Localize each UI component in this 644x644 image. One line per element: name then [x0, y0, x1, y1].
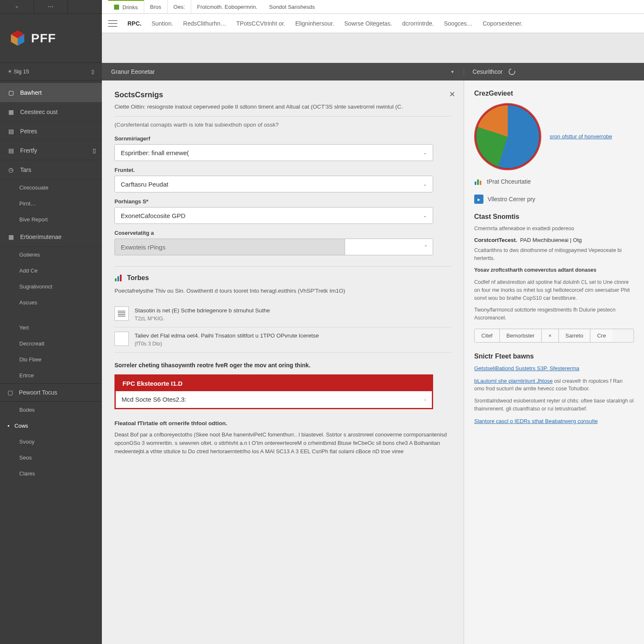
select-coservetatitg[interactable]: Exwoteis rPings ⌃	[114, 239, 433, 255]
section-torbes: Torbes	[114, 266, 451, 282]
close-icon[interactable]: ✕	[449, 90, 455, 99]
mini-link-2[interactable]: ▸ Vllestro Cerrer pry	[474, 195, 634, 204]
sidebar-sub-addce[interactable]: Add Ce	[0, 262, 102, 278]
logo-cube-icon	[9, 30, 26, 47]
menu-dcror[interactable]: dcrorrintrde.	[402, 20, 434, 27]
chart-icon	[114, 274, 123, 282]
pie-link[interactable]: sron ofsttur of honverrobe	[550, 133, 612, 140]
sidebar-sub-cirecosuate[interactable]: Cirecosuate	[0, 179, 102, 195]
menu-sowrse[interactable]: Sowrse Oitegetas.	[344, 20, 392, 27]
caret-down-icon: ⌄	[423, 150, 427, 156]
list-item-2[interactable]: Taliev det Ftal edma oet4. Paihi Tnsaton…	[114, 327, 451, 353]
main-para: Deast Bof par a cnfboreyectoths (Skee no…	[114, 431, 451, 456]
sidebar-top-1[interactable]: ▫	[0, 0, 34, 13]
sidebar-sub-decrcreatt[interactable]: Decrcreatt	[0, 335, 102, 351]
sidebar-sub-yert[interactable]: Yert	[0, 319, 102, 335]
sidebar-sub-pirnt[interactable]: Pirnt…	[0, 195, 102, 211]
alert-select[interactable]: Mcd Socte S6 Otes2.3:›	[116, 391, 432, 408]
collapse-icon[interactable]: ▯	[91, 69, 94, 75]
select-sormniriagerf[interactable]: Esprirtber: finall ernewe(⌄	[114, 144, 433, 161]
sidebar-foot-svooy[interactable]: Svooy	[0, 434, 102, 449]
doc-icon: ▤	[8, 128, 14, 135]
sidebar-item-ertioer[interactable]: ▦Ertioerimutenae	[0, 227, 102, 247]
sidebar-sub-ascues[interactable]: Ascues	[0, 294, 102, 310]
sidebar-foot-clares[interactable]: Clares	[0, 465, 102, 481]
tab-drinks[interactable]: Drinks	[108, 0, 144, 13]
sidebar: ▫ ⋯ PFF ✶ Slg 15 ▯ ▢Bawhert ▦Ceesteec ou…	[0, 0, 102, 644]
grid-icon: ▦	[8, 234, 14, 240]
svg-rect-8	[480, 181, 481, 185]
svg-rect-6	[475, 182, 476, 185]
tab-color-icon	[114, 5, 119, 10]
tab-sondot[interactable]: Sondot Sanshesds	[263, 0, 321, 13]
brand: PFF	[0, 14, 102, 63]
menu-copor[interactable]: Coporsextener.	[483, 20, 522, 27]
main-intro: Ciette Oittin: resiognste inatout ceperv…	[114, 103, 451, 111]
sidebar-footer-hdr[interactable]: ▢Pewoort Tocus	[0, 383, 102, 402]
sidebar-foot-seos[interactable]: Seos	[0, 449, 102, 465]
select-fruntet[interactable]: Carftasru Peudat⌄	[114, 176, 433, 192]
menu-soogces[interactable]: Soogces…	[444, 20, 473, 27]
sub-header-right-label: Cesurithcor	[473, 68, 503, 75]
sidebar-sub-bive[interactable]: Bive Report	[0, 211, 102, 227]
sidebar-item-bawhert[interactable]: ▢Bawhert	[0, 83, 102, 102]
btn-sarreto[interactable]: Sarreto	[559, 329, 591, 342]
sidebar-foot-cows[interactable]: ▪Cows	[0, 418, 102, 434]
rpanel-h4-ctast: Ctast Snomtis	[474, 213, 634, 221]
rpanel-small8: Sromttalridweod esioberotuent reyter ol …	[474, 397, 634, 413]
chevron-right-icon: ▯	[93, 147, 96, 154]
sidebar-item-frertfy[interactable]: ▤Frertfy▯	[0, 141, 102, 160]
square-icon: ▢	[8, 89, 14, 96]
rpanel-small3: Yosav zroftcstharth comeverctus adtant d…	[474, 266, 634, 274]
menu-rpc[interactable]: RPC.	[127, 20, 141, 27]
select-porhiangs[interactable]: ExonetCafocosite GPD⌄	[114, 207, 433, 224]
sidebar-sub-sugral[interactable]: Sugralivonnct	[0, 278, 102, 294]
alert-header: FPC Eksteoorte I1.D	[116, 376, 432, 391]
svg-rect-7	[477, 179, 479, 185]
tab-oes[interactable]: Oes:	[168, 0, 191, 13]
hamburger-icon[interactable]	[108, 20, 117, 27]
doc-lines-icon	[114, 306, 129, 321]
sidebar-foot-bodes[interactable]: Bodes	[0, 402, 102, 418]
chevron-down-icon[interactable]: ▾	[451, 69, 454, 75]
caret-up-icon: ⌃	[424, 244, 428, 250]
btn-close[interactable]: ×	[542, 329, 559, 342]
sidebar-top-3[interactable]	[68, 0, 102, 13]
caret-down-icon: ⌄	[423, 182, 427, 187]
doc-icon: ▤	[8, 147, 14, 154]
rpanel-small1: Cmermrta atfeneaboe in exattedi podereoo	[474, 225, 634, 233]
star-icon: ✶	[8, 68, 12, 75]
menu-reds[interactable]: RedsClithurhn…	[183, 20, 226, 27]
sidebar-nav: ▢Bawhert ▦Ceesteec oust ▤Petres ▤Frertfy…	[0, 80, 102, 644]
sidebar-top-2[interactable]: ⋯	[34, 0, 68, 13]
gear-icon: ◷	[8, 166, 14, 173]
tab-frotcmoth[interactable]: Frotcmoth. Eobopermrin.	[191, 0, 263, 13]
sidebar-item-ceesteec[interactable]: ▦Ceesteec oust	[0, 102, 102, 122]
btn-citef[interactable]: Citef	[475, 329, 500, 342]
sidebar-util: ✶ Slg 15 ▯	[0, 63, 102, 80]
play-icon: ▸	[474, 195, 483, 204]
sidebar-sub-ertrce[interactable]: Ertrce	[0, 367, 102, 383]
sidebar-item-tars[interactable]: ◷Tars	[0, 160, 102, 179]
list-item-1[interactable]: Stasotin is net (E) Scthe bdriegenore b …	[114, 302, 451, 327]
menu-tpots[interactable]: TPotsCCVtrinht or.	[236, 20, 286, 27]
mini-link-1[interactable]: tPrat Chceurtatie	[474, 178, 634, 185]
svg-rect-4	[117, 276, 119, 281]
rpanel-small2: Ccattarithns to dws dinothsnme of mitisg…	[474, 247, 634, 262]
doc-blank-icon	[114, 332, 129, 346]
field-label-4: Coservetatitg a	[114, 230, 451, 236]
chart-icon	[474, 178, 483, 185]
menu-suntion[interactable]: Suntion.	[151, 20, 173, 27]
sidebar-item-petres[interactable]: ▤Petres	[0, 122, 102, 141]
sub-header-title: Granur Eeonetar	[111, 68, 155, 75]
sidebar-sub-dlofbee[interactable]: Dlo Fbee	[0, 351, 102, 367]
rpanel-small4: Codfef nf attestrestton ald spotine fral…	[474, 278, 634, 302]
btn-cre[interactable]: Cre	[590, 329, 613, 342]
main-intro2: (Corsfertental cornapts warth is iole fr…	[114, 116, 451, 128]
main-footnote: Fleatoal fTirtatie oft ornerife thfool o…	[114, 420, 451, 426]
sidebar-sub-gotieres[interactable]: Gotieres	[0, 247, 102, 262]
menu-elign[interactable]: Eligninhersour.	[295, 20, 334, 27]
tab-bros[interactable]: Bros	[144, 0, 168, 13]
refresh-icon[interactable]	[507, 67, 517, 76]
btn-bemorbster[interactable]: Bemorbster	[500, 329, 542, 342]
